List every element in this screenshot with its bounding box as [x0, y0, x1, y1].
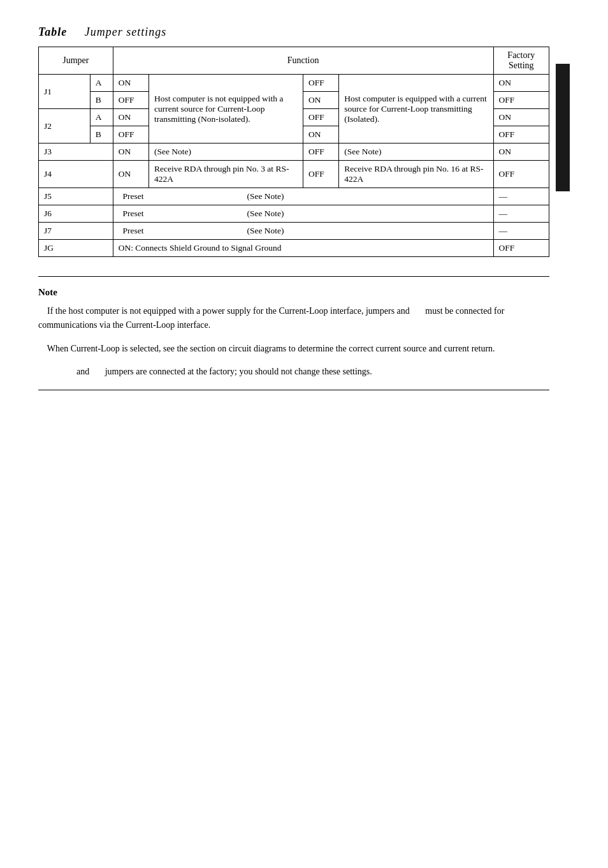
table-header-row: Jumper Function FactorySetting — [39, 47, 549, 75]
cell-function-j4-left: Receive RDA through pin No. 3 at RS-422A — [148, 161, 303, 188]
cell-sub-j2b: B — [90, 126, 113, 143]
cell-jumper-j2: J2 — [39, 109, 90, 143]
cell-on-j2b: ON — [303, 126, 339, 143]
table-row: J4 ON Receive RDA through pin No. 3 at R… — [39, 161, 549, 188]
cell-factory-j2a: ON — [493, 109, 549, 126]
cell-sub-b: B — [90, 92, 113, 109]
cell-function-j6: Preset (See Note) — [113, 205, 493, 223]
note-paragraph-3: and jumpers are connected at the factory… — [38, 365, 549, 379]
cell-factory-j6: — — [493, 205, 549, 223]
cell-factory-j5: — — [493, 188, 549, 205]
cell-function-j1-j2-left: Host computer is not equipped with a cur… — [148, 75, 303, 143]
cell-function-jg: ON: Connects Shield Ground to Signal Gro… — [113, 240, 493, 257]
cell-off-j3: OFF — [303, 143, 339, 161]
note-section: Note If the host computer is not equippe… — [38, 276, 549, 390]
jumper-settings-table: Jumper Function FactorySetting J1 A ON H… — [38, 47, 549, 257]
page-wrapper: Table Jumper settings Jumper Function Fa… — [38, 26, 570, 390]
cell-factory-j3: ON — [493, 143, 549, 161]
cell-on-j4: ON — [113, 161, 148, 188]
cell-on-j3: ON — [113, 143, 148, 161]
right-sidebar-tab — [556, 64, 570, 191]
note-paragraph-1: If the host computer is not equipped wit… — [38, 304, 549, 333]
cell-off-j4: OFF — [303, 161, 339, 188]
cell-factory-j1a: ON — [493, 75, 549, 92]
title-table: Table — [38, 26, 67, 38]
cell-jumper-j6: J6 — [39, 205, 113, 223]
cell-factory-j4: OFF — [493, 161, 549, 188]
header-function: Function — [113, 47, 493, 75]
cell-factory-j7: — — [493, 223, 549, 240]
cell-function-j1-j2-right: Host computer is equipped with a current… — [339, 75, 493, 143]
main-content: Table Jumper settings Jumper Function Fa… — [38, 26, 549, 390]
cell-sub-a: A — [90, 75, 113, 92]
cell-factory-j1b: OFF — [493, 92, 549, 109]
cell-function-j3-right: (See Note) — [339, 143, 493, 161]
cell-function-j7: Preset (See Note) — [113, 223, 493, 240]
cell-jumper-jg: JG — [39, 240, 113, 257]
cell-on-j2a: ON — [113, 109, 148, 126]
table-row: J5 Preset (See Note) — — [39, 188, 549, 205]
cell-off-j2a: OFF — [303, 109, 339, 126]
title-subtitle: Jumper settings — [85, 26, 166, 38]
cell-on-j1b: ON — [303, 92, 339, 109]
cell-factory-j2b: OFF — [493, 126, 549, 143]
cell-function-j5: Preset (See Note) — [113, 188, 493, 205]
table-row: JG ON: Connects Shield Ground to Signal … — [39, 240, 549, 257]
table-row: J1 A ON Host computer is not equipped wi… — [39, 75, 549, 92]
cell-off-j1a: OFF — [303, 75, 339, 92]
header-factory: FactorySetting — [493, 47, 549, 75]
page-title: Table Jumper settings — [38, 26, 549, 39]
table-row: J7 Preset (See Note) — — [39, 223, 549, 240]
cell-jumper-j1: J1 — [39, 75, 90, 109]
cell-on-j1a: ON — [113, 75, 148, 92]
cell-factory-jg: OFF — [493, 240, 549, 257]
cell-function-j3-left: (See Note) — [148, 143, 303, 161]
cell-off-j2b: OFF — [113, 126, 148, 143]
cell-function-j4-right: Receive RDA through pin No. 16 at RS-422… — [339, 161, 493, 188]
cell-sub-j2a: A — [90, 109, 113, 126]
cell-jumper-j4: J4 — [39, 161, 113, 188]
cell-jumper-j3: J3 — [39, 143, 113, 161]
table-row: J3 ON (See Note) OFF (See Note) ON — [39, 143, 549, 161]
cell-off-j1b: OFF — [113, 92, 148, 109]
cell-jumper-j5: J5 — [39, 188, 113, 205]
header-jumper: Jumper — [39, 47, 113, 75]
note-paragraph-2: When Current-Loop is selected, see the s… — [38, 342, 549, 356]
cell-jumper-j7: J7 — [39, 223, 113, 240]
table-row: J6 Preset (See Note) — — [39, 205, 549, 223]
note-title: Note — [38, 287, 549, 298]
